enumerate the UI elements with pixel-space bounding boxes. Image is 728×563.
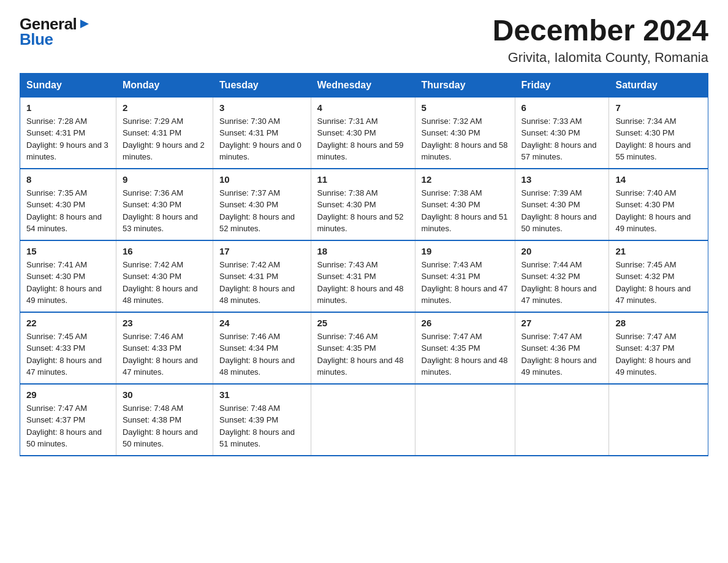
day-number: 23 (123, 318, 207, 328)
sunset-label: Sunset: (615, 200, 645, 209)
daylight-label: Daylight: (521, 212, 555, 221)
location-title: Grivita, Ialomita County, Romania (493, 50, 708, 66)
calendar-week-row: 1 Sunrise: 7:28 AM Sunset: 4:31 PM Dayli… (20, 97, 708, 169)
calendar-week-row: 22 Sunrise: 7:45 AM Sunset: 4:33 PM Dayl… (20, 312, 708, 384)
sunrise-value: 7:47 AM (58, 404, 87, 413)
sunset-value: 4:30 PM (645, 128, 674, 137)
daylight-label: Daylight: (317, 284, 351, 293)
calendar-cell: 8 Sunrise: 7:35 AM Sunset: 4:30 PM Dayli… (20, 169, 116, 240)
sunrise-label: Sunrise: (219, 260, 251, 269)
sunset-label: Sunset: (422, 272, 451, 281)
day-info: Sunrise: 7:45 AM Sunset: 4:32 PM Dayligh… (615, 259, 702, 307)
day-info: Sunrise: 7:47 AM Sunset: 4:35 PM Dayligh… (422, 331, 509, 378)
sunset-value: 4:35 PM (346, 343, 376, 353)
calendar-cell: 4 Sunrise: 7:31 AM Sunset: 4:30 PM Dayli… (311, 97, 415, 169)
sunset-value: 4:32 PM (550, 272, 580, 281)
day-info: Sunrise: 7:41 AM Sunset: 4:30 PM Dayligh… (26, 259, 110, 307)
day-info: Sunrise: 7:47 AM Sunset: 4:37 PM Dayligh… (26, 402, 110, 450)
sunrise-label: Sunrise: (521, 117, 553, 126)
day-header-monday: Monday (116, 73, 213, 97)
sunset-value: 4:39 PM (249, 415, 278, 424)
daylight-label: Daylight: (422, 140, 455, 150)
sunrise-value: 7:45 AM (58, 332, 87, 341)
sunset-value: 4:38 PM (152, 415, 181, 424)
daylight-label: Daylight: (317, 212, 351, 221)
sunset-value: 4:37 PM (645, 343, 674, 353)
sunrise-value: 7:42 AM (251, 260, 280, 269)
sunrise-value: 7:43 AM (349, 260, 378, 269)
daylight-label: Daylight: (123, 140, 156, 150)
calendar-cell: 15 Sunrise: 7:41 AM Sunset: 4:30 PM Dayl… (20, 240, 116, 312)
daylight-label: Daylight: (26, 212, 59, 221)
sunrise-label: Sunrise: (521, 188, 553, 197)
daylight-label: Daylight: (615, 212, 648, 221)
sunset-label: Sunset: (219, 272, 249, 281)
day-info: Sunrise: 7:34 AM Sunset: 4:30 PM Dayligh… (615, 115, 702, 163)
day-number: 5 (422, 102, 509, 113)
calendar-week-row: 8 Sunrise: 7:35 AM Sunset: 4:30 PM Dayli… (20, 169, 708, 240)
calendar-week-row: 15 Sunrise: 7:41 AM Sunset: 4:30 PM Dayl… (20, 240, 708, 312)
day-number: 29 (26, 389, 110, 400)
day-number: 12 (422, 174, 509, 185)
sunrise-value: 7:30 AM (251, 117, 280, 126)
sunset-label: Sunset: (26, 343, 56, 353)
sunset-value: 4:30 PM (152, 272, 181, 281)
calendar-table: SundayMondayTuesdayWednesdayThursdayFrid… (20, 73, 708, 456)
day-info: Sunrise: 7:33 AM Sunset: 4:30 PM Dayligh… (521, 115, 603, 163)
sunset-label: Sunset: (615, 128, 645, 137)
day-number: 6 (521, 102, 603, 113)
sunset-value: 4:35 PM (450, 343, 480, 353)
sunrise-value: 7:48 AM (251, 404, 280, 413)
sunset-label: Sunset: (317, 343, 347, 353)
sunset-value: 4:31 PM (249, 272, 278, 281)
sunset-value: 4:33 PM (56, 343, 85, 353)
sunrise-value: 7:47 AM (553, 332, 582, 341)
sunrise-label: Sunrise: (219, 188, 251, 197)
calendar-cell: 20 Sunrise: 7:44 AM Sunset: 4:32 PM Dayl… (515, 240, 609, 312)
sunset-value: 4:30 PM (550, 200, 580, 209)
sunset-value: 4:30 PM (450, 200, 480, 209)
calendar-cell (609, 384, 708, 456)
calendar-cell: 23 Sunrise: 7:46 AM Sunset: 4:33 PM Dayl… (116, 312, 213, 384)
sunrise-value: 7:46 AM (154, 332, 183, 341)
title-block: December 2024 Grivita, Ialomita County, … (493, 15, 708, 66)
day-number: 10 (219, 174, 304, 185)
daylight-label: Daylight: (123, 427, 156, 437)
sunset-label: Sunset: (521, 128, 551, 137)
sunset-label: Sunset: (26, 128, 56, 137)
calendar-cell: 13 Sunrise: 7:39 AM Sunset: 4:30 PM Dayl… (515, 169, 609, 240)
day-number: 15 (26, 246, 110, 256)
day-number: 25 (317, 318, 409, 328)
sunrise-value: 7:38 AM (453, 188, 482, 197)
calendar-cell: 25 Sunrise: 7:46 AM Sunset: 4:35 PM Dayl… (311, 312, 415, 384)
sunrise-label: Sunrise: (123, 332, 154, 341)
daylight-label: Daylight: (615, 356, 648, 365)
page-header: General Blue December 2024 Grivita, Ialo… (20, 15, 708, 66)
sunrise-label: Sunrise: (521, 260, 553, 269)
daylight-label: Daylight: (317, 356, 351, 365)
calendar-cell: 12 Sunrise: 7:38 AM Sunset: 4:30 PM Dayl… (415, 169, 515, 240)
calendar-cell: 2 Sunrise: 7:29 AM Sunset: 4:31 PM Dayli… (116, 97, 213, 169)
day-number: 30 (123, 389, 207, 400)
sunset-label: Sunset: (123, 343, 152, 353)
sunset-label: Sunset: (422, 343, 451, 353)
sunrise-value: 7:32 AM (453, 117, 482, 126)
sunset-value: 4:30 PM (56, 200, 85, 209)
day-number: 31 (219, 389, 304, 400)
sunset-value: 4:31 PM (56, 128, 85, 137)
calendar-cell: 11 Sunrise: 7:38 AM Sunset: 4:30 PM Dayl… (311, 169, 415, 240)
sunset-value: 4:31 PM (152, 128, 181, 137)
sunrise-value: 7:40 AM (647, 188, 677, 197)
day-info: Sunrise: 7:44 AM Sunset: 4:32 PM Dayligh… (521, 259, 603, 307)
sunset-value: 4:30 PM (645, 200, 674, 209)
day-info: Sunrise: 7:42 AM Sunset: 4:31 PM Dayligh… (219, 259, 304, 307)
sunset-label: Sunset: (26, 200, 56, 209)
day-info: Sunrise: 7:47 AM Sunset: 4:37 PM Dayligh… (615, 331, 702, 378)
day-info: Sunrise: 7:38 AM Sunset: 4:30 PM Dayligh… (422, 187, 509, 235)
sunset-value: 4:32 PM (645, 272, 674, 281)
day-info: Sunrise: 7:30 AM Sunset: 4:31 PM Dayligh… (219, 115, 304, 163)
sunrise-label: Sunrise: (317, 188, 349, 197)
daylight-label: Daylight: (123, 284, 156, 293)
day-info: Sunrise: 7:28 AM Sunset: 4:31 PM Dayligh… (26, 115, 110, 163)
sunset-value: 4:30 PM (56, 272, 85, 281)
